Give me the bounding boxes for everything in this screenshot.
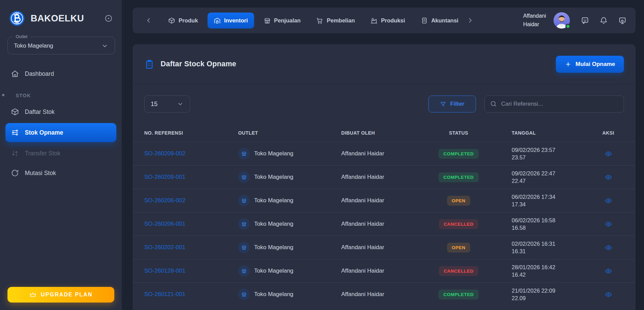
outlet-name: Toko Magelang: [254, 291, 293, 298]
tab-label: Produk: [179, 17, 198, 24]
user-avatar[interactable]: [554, 12, 570, 29]
date-value: 02/02/2026 16:31: [512, 240, 592, 247]
date-value: 09/02/2026 23:57: [512, 146, 592, 154]
chevron-down-icon: [177, 101, 184, 107]
outlet-name: Toko Magelang: [254, 244, 293, 251]
time-value: 23.57: [512, 154, 592, 161]
table-row: SO-260202-001 Toko Magelang Affandani Ha…: [133, 236, 635, 259]
reference-link[interactable]: SO-260202-001: [144, 244, 185, 251]
view-action-button[interactable]: [603, 219, 614, 229]
reference-link[interactable]: SO-260209-002: [144, 150, 185, 157]
upgrade-plan-label: UPGRADE PLAN: [41, 292, 93, 298]
eye-icon: [605, 150, 612, 158]
sidebar-item-transfer-stok[interactable]: Transfer Stok: [5, 145, 116, 162]
monitor-chart-icon[interactable]: [618, 16, 627, 25]
mulai-opname-label: Mulai Opname: [576, 61, 615, 68]
chevron-left-icon[interactable]: [143, 17, 154, 24]
sidebar-nav: Dashboard STOK Daftar Stok Stok Op: [0, 65, 122, 182]
outlet-select[interactable]: Outlet Toko Magelang: [7, 37, 115, 54]
eye-icon: [605, 197, 612, 205]
time-value: 16.31: [512, 247, 592, 255]
date-cell: 21/01/2026 22:09 22.09: [483, 287, 592, 302]
view-action-button[interactable]: [603, 172, 614, 183]
reference-link[interactable]: SO-260121-001: [144, 291, 185, 297]
sidebar-item-mutasi-stok[interactable]: Mutasi Stok: [5, 165, 116, 182]
bitcoin-icon: [9, 10, 25, 27]
tab-produksi[interactable]: Produksi: [364, 13, 411, 29]
tab-label: Akuntansi: [431, 17, 459, 24]
sidebar-item-label: Stok Opname: [25, 129, 63, 136]
tab-penjualan[interactable]: Penjualan: [258, 13, 307, 29]
tab-pembelian[interactable]: Pembelian: [310, 13, 361, 29]
table-row: SO-260209-002 Toko Magelang Affandani Ha…: [133, 142, 635, 165]
module-tabs: Produk Inventori Penjual: [162, 13, 464, 29]
view-action-button[interactable]: [603, 195, 614, 206]
sidebar-item-dashboard[interactable]: Dashboard: [5, 65, 116, 82]
store-icon: [264, 17, 271, 24]
time-value: 16.58: [512, 224, 592, 231]
reference-link[interactable]: SO-260209-001: [144, 174, 185, 180]
created-by: Affandani Haidar: [341, 221, 434, 227]
sidebar-item-daftar-stok[interactable]: Daftar Stok: [5, 103, 116, 120]
tab-label: Inventori: [224, 17, 248, 24]
page-size-select[interactable]: 15: [144, 96, 190, 113]
created-by: Affandani Haidar: [341, 197, 434, 204]
tab-produk[interactable]: Produk: [162, 13, 204, 29]
filter-button[interactable]: Filter: [428, 96, 476, 113]
message-smile-icon[interactable]: [581, 16, 589, 25]
created-by: Affandani Haidar: [341, 244, 434, 251]
brand-name: BAKOELKU: [31, 13, 84, 24]
reference-link[interactable]: SO-260206-002: [144, 197, 185, 204]
outlet-label: Outlet: [13, 34, 30, 39]
tab-inventori[interactable]: Inventori: [208, 13, 254, 29]
tab-akuntansi[interactable]: Akuntansi: [415, 13, 465, 29]
view-action-button[interactable]: [603, 266, 614, 276]
status-badge: OPEN: [447, 196, 470, 206]
date-value: 06/02/2026 17:34: [512, 193, 592, 201]
column-header-tanggal: TANGGAL: [483, 130, 592, 136]
sidebar-item-stok-opname[interactable]: Stok Opname: [5, 123, 116, 142]
circle-dot-icon[interactable]: [104, 14, 113, 23]
table-row: SO-260209-001 Toko Magelang Affandani Ha…: [133, 165, 635, 189]
crown-icon: [29, 291, 36, 298]
chevron-right-icon[interactable]: [464, 17, 476, 24]
reference-link[interactable]: SO-260128-001: [144, 268, 185, 274]
store-icon: [238, 195, 250, 206]
date-value: 09/02/2026 22:47: [512, 170, 592, 177]
created-by: Affandani Haidar: [341, 291, 434, 298]
rotate-icon: [11, 169, 19, 177]
table-row: SO-260206-001 Toko Magelang Affandani Ha…: [133, 212, 635, 236]
date-cell: 28/01/2026 16:42 16.42: [483, 263, 592, 279]
mulai-opname-button[interactable]: Mulai Opname: [556, 56, 624, 73]
date-cell: 02/02/2026 16:31 16.31: [483, 240, 592, 255]
search-box: [484, 96, 624, 113]
reference-link[interactable]: SO-260206-001: [144, 221, 185, 227]
view-action-button[interactable]: [603, 242, 614, 253]
calculator-icon: [421, 17, 428, 24]
eye-icon: [605, 291, 612, 298]
table-header: NO. REFERENSI OUTLET DIBUAT OLEH STATUS …: [133, 124, 635, 142]
navbar-action-icons: [581, 16, 627, 25]
plus-icon: [565, 61, 572, 68]
sidebar-item-label: Mutasi Stok: [25, 170, 56, 177]
table-controls: 15 Filter: [133, 84, 635, 113]
filter-label: Filter: [450, 101, 464, 107]
sliders-icon: [11, 128, 19, 137]
time-value: 16.42: [512, 271, 592, 278]
upgrade-plan-button[interactable]: UPGRADE PLAN: [7, 287, 114, 303]
status-badge: COMPLETED: [439, 149, 478, 159]
column-header-referensi: NO. REFERENSI: [144, 130, 238, 136]
page-size-value: 15: [151, 101, 158, 108]
created-by: Affandani Haidar: [341, 174, 434, 180]
view-action-button[interactable]: [603, 289, 614, 300]
package-icon: [168, 17, 175, 24]
store-icon: [238, 148, 250, 159]
sidebar-item-label: Transfer Stok: [25, 150, 60, 157]
bell-icon[interactable]: [599, 16, 608, 25]
date-cell: 06/02/2026 17:34 17.34: [483, 193, 592, 208]
section-label: STOK: [16, 93, 31, 98]
status-badge: CANCELLED: [439, 266, 478, 276]
outlet-value: Toko Magelang: [14, 42, 53, 49]
search-input[interactable]: [484, 96, 624, 113]
view-action-button[interactable]: [603, 149, 614, 159]
